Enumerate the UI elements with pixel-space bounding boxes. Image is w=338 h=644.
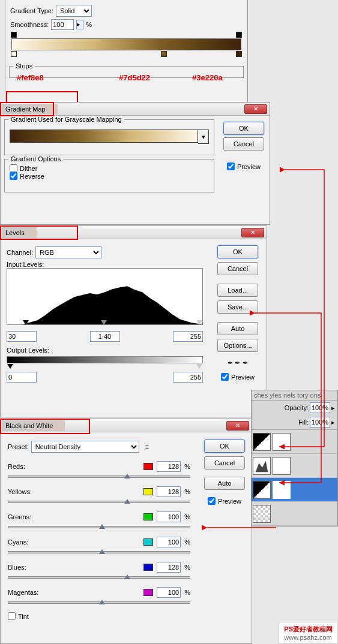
bw-slider[interactable] (8, 576, 190, 579)
output-white[interactable] (173, 372, 203, 383)
adj-icon-levels (253, 457, 271, 475)
bw-ch-label: Reds: (8, 463, 25, 470)
smoothness-input[interactable] (51, 19, 74, 30)
reverse-label: Reverse (20, 173, 44, 180)
output-gradient[interactable] (7, 356, 203, 363)
adj-icon-bw (253, 481, 271, 499)
pct-label: % (86, 21, 92, 28)
preset-label: Preset: (8, 443, 29, 450)
pct: % (184, 589, 190, 596)
channel-select[interactable]: RGB (35, 246, 101, 258)
gray-point-slider[interactable] (101, 320, 107, 325)
bw-slider[interactable] (8, 476, 190, 478)
layer-bw[interactable] (252, 478, 337, 502)
opacity-input[interactable] (310, 402, 330, 413)
pct: % (184, 513, 190, 520)
grad-type-label: Gradient Type: (10, 7, 53, 14)
color-annot-1: #fef8e8 (17, 73, 44, 82)
cancel-button[interactable]: Cancel (217, 262, 258, 275)
ok-button[interactable]: OK (223, 122, 264, 135)
preview-checkbox[interactable] (221, 373, 229, 381)
options-button[interactable]: Options... (217, 339, 258, 352)
bw-ch-label: Magentas: (8, 589, 38, 596)
bw-swatch (143, 538, 153, 546)
dither-label: Dither (20, 165, 37, 172)
preset-select[interactable]: Neutral Density (31, 441, 139, 453)
auto-button[interactable]: Auto (204, 477, 245, 490)
dither-checkbox[interactable] (10, 164, 17, 172)
grad-type-select[interactable]: Solid (56, 5, 92, 17)
close-icon[interactable]: ✕ (244, 104, 267, 114)
panel-tabs[interactable]: ches yles nels tory ons (252, 390, 337, 401)
preview-label: Preview (237, 163, 261, 170)
opacity-flyout[interactable]: ▸ (331, 404, 335, 412)
opacity-stop-right[interactable] (236, 32, 242, 38)
grad-opts-legend: Gradient Options (8, 155, 63, 162)
fill-input[interactable] (310, 417, 330, 428)
bw-slider[interactable] (8, 501, 190, 503)
input-black[interactable] (7, 331, 37, 342)
black-point-slider[interactable] (23, 320, 29, 325)
out-white-slider[interactable] (196, 364, 202, 369)
gradient-bar[interactable] (11, 38, 241, 50)
bw-ch-label: Greens: (8, 513, 31, 520)
gradmap-preview[interactable] (10, 130, 198, 143)
layer-gradmap[interactable] (252, 430, 337, 454)
pct: % (184, 538, 190, 546)
fill-flyout[interactable]: ▸ (331, 419, 335, 426)
white-point-slider[interactable] (196, 320, 202, 325)
channel-label: Channel: (7, 249, 33, 256)
color-stop-2[interactable] (161, 51, 167, 57)
bw-value-input[interactable] (157, 511, 181, 522)
bw-value-input[interactable] (157, 562, 181, 573)
bw-value-input[interactable] (157, 461, 181, 472)
bw-slider[interactable] (8, 601, 190, 604)
bw-swatch (143, 589, 153, 596)
auto-button[interactable]: Auto (217, 322, 258, 335)
ok-button[interactable]: OK (217, 245, 258, 258)
input-levels-label: Input Levels: (7, 261, 203, 268)
layer-image[interactable] (252, 502, 337, 526)
eyedroppers[interactable]: ✒ ✒ ✒ (228, 359, 247, 367)
output-black[interactable] (7, 372, 37, 383)
bw-ch-label: Blues: (8, 564, 26, 571)
smoothness-flyout[interactable]: ▸ (76, 20, 83, 29)
gradmap-dropdown[interactable]: ▾ (198, 130, 209, 144)
cancel-button[interactable]: Cancel (223, 137, 264, 151)
color-stop-1[interactable] (11, 51, 17, 57)
bw-swatch (143, 463, 153, 470)
out-black-slider[interactable] (7, 364, 13, 369)
close-icon[interactable]: ✕ (241, 228, 264, 237)
close-icon[interactable]: ✕ (226, 421, 249, 431)
preview-checkbox[interactable] (227, 162, 235, 170)
bw-value-input[interactable] (157, 537, 181, 547)
preview-label: Preview (218, 498, 241, 505)
mask-thumb (273, 457, 291, 475)
ok-button[interactable]: OK (204, 440, 245, 453)
bw-slider[interactable] (8, 551, 190, 553)
histogram (7, 268, 203, 325)
cancel-button[interactable]: Cancel (204, 456, 245, 470)
preview-checkbox[interactable] (208, 497, 216, 505)
bw-slider[interactable] (8, 526, 190, 528)
bw-value-input[interactable] (157, 587, 181, 598)
color-annot-3: #3e220a (192, 73, 223, 82)
opacity-stop-left[interactable] (11, 32, 17, 38)
save-button[interactable]: Save... (217, 300, 258, 314)
adj-icon-gradmap (253, 433, 271, 451)
load-button[interactable]: Load... (217, 284, 258, 297)
color-stop-3[interactable] (236, 51, 242, 57)
tint-checkbox[interactable] (8, 612, 16, 620)
output-levels-label: Output Levels: (7, 347, 203, 354)
mask-thumb (273, 433, 291, 451)
bw-swatch (143, 513, 153, 520)
gradmap-title-highlight (0, 102, 54, 116)
layer-levels[interactable] (252, 454, 337, 478)
bw-ch-label: Cyans: (8, 538, 28, 546)
input-gamma[interactable] (90, 331, 120, 342)
reverse-checkbox[interactable] (10, 172, 17, 180)
input-white[interactable] (173, 331, 203, 342)
bw-swatch (143, 564, 153, 571)
bw-value-input[interactable] (157, 486, 181, 497)
preset-menu-icon[interactable]: ≡ (145, 443, 149, 450)
